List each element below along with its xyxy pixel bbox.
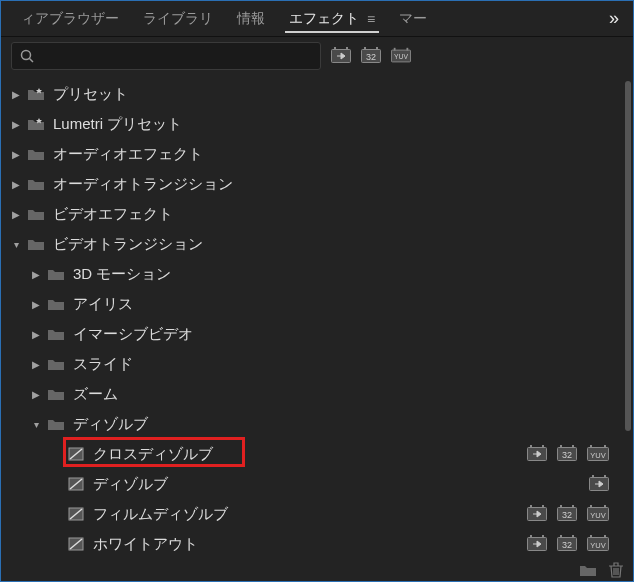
tab-media-browser[interactable]: ィアブラウザー — [9, 1, 131, 37]
svg-rect-18 — [590, 505, 592, 508]
tab-bar: ィアブラウザー ライブラリ 情報 エフェクト ≡ マー » — [1, 1, 633, 37]
filter-yuv-icon[interactable]: YUV — [391, 48, 411, 64]
folder-icon — [47, 327, 65, 341]
tab-info[interactable]: 情報 — [225, 1, 277, 37]
tree-folder-audio-transitions[interactable]: ▶ オーディオトランジション — [1, 169, 633, 199]
tree-item-cross-dissolve[interactable]: ▶ クロスディゾルブ 32 YUV — [1, 439, 633, 469]
chevron-right-icon: ▶ — [29, 269, 43, 280]
search-icon — [20, 49, 34, 63]
badge-yuv-icon: YUV — [587, 505, 609, 523]
tree-folder-audio-effects[interactable]: ▶ オーディオエフェクト — [1, 139, 633, 169]
tree-folder-slide[interactable]: ▶ スライド — [1, 349, 633, 379]
svg-text:YUV: YUV — [590, 541, 605, 550]
svg-text:32: 32 — [562, 450, 572, 460]
chevron-down-icon: ▾ — [9, 239, 23, 250]
badge-yuv-icon: YUV — [587, 445, 609, 463]
tree-folder-presets[interactable]: ▶ プリセット — [1, 79, 633, 109]
tree-item-whiteout[interactable]: ▶ ホワイトアウト 32 YUV — [1, 529, 633, 557]
badge-accelerated-icon — [527, 445, 547, 463]
chevron-right-icon: ▶ — [9, 89, 23, 100]
svg-text:32: 32 — [562, 540, 572, 550]
chevron-right-icon: ▶ — [29, 329, 43, 340]
effect-icon — [67, 507, 85, 521]
chevron-right-icon: ▶ — [9, 179, 23, 190]
badge-accelerated-icon — [527, 535, 547, 553]
filter-accelerated-icon[interactable] — [331, 48, 351, 64]
tab-library[interactable]: ライブラリ — [131, 1, 225, 37]
svg-text:YUV: YUV — [590, 511, 605, 520]
tree-label: オーディオエフェクト — [53, 145, 609, 164]
svg-text:32: 32 — [562, 510, 572, 520]
folder-star-icon — [27, 117, 45, 131]
chevron-down-icon: ▾ — [29, 419, 43, 430]
svg-rect-13 — [590, 445, 592, 448]
folder-star-icon — [27, 87, 45, 101]
tree-label: ディゾルブ — [73, 415, 609, 434]
tree-folder-video-transitions[interactable]: ▾ ビデオトランジション — [1, 229, 633, 259]
badge-32bit-icon: 32 — [557, 535, 577, 553]
tree-label: ディゾルブ — [93, 475, 581, 494]
tree-label: ズーム — [73, 385, 609, 404]
overflow-button[interactable]: » — [603, 8, 625, 29]
folder-icon — [47, 387, 65, 401]
chevron-right-icon: ▶ — [9, 149, 23, 160]
chevron-right-icon: ▶ — [29, 299, 43, 310]
chevron-right-icon: ▶ — [9, 119, 23, 130]
svg-rect-23 — [590, 535, 592, 538]
new-bin-icon[interactable] — [579, 563, 597, 577]
tree-label: クロスディゾルブ — [93, 445, 519, 464]
tree-label: ビデオトランジション — [53, 235, 609, 254]
tab-effects[interactable]: エフェクト ≡ — [277, 1, 387, 37]
tree-folder-3d-motion[interactable]: ▶ 3D モーション — [1, 259, 633, 289]
chevron-right-icon: ▶ — [29, 389, 43, 400]
tree-folder-iris[interactable]: ▶ アイリス — [1, 289, 633, 319]
tree-label: アイリス — [73, 295, 609, 314]
filter-32bit-icon[interactable]: 32 — [361, 48, 381, 64]
tree-folder-lumetri[interactable]: ▶ Lumetri プリセット — [1, 109, 633, 139]
panel-menu-icon[interactable]: ≡ — [363, 11, 375, 27]
svg-text:32: 32 — [366, 52, 376, 62]
tree-label: スライド — [73, 355, 609, 374]
tree-folder-zoom[interactable]: ▶ ズーム — [1, 379, 633, 409]
svg-line-5 — [30, 59, 34, 63]
folder-icon — [47, 417, 65, 431]
svg-rect-14 — [604, 445, 606, 448]
badge-yuv-icon: YUV — [587, 535, 609, 553]
effect-icon — [67, 447, 85, 461]
tree-item-dissolve[interactable]: ▶ ディゾルブ — [1, 469, 633, 499]
chevron-right-icon: ▶ — [9, 209, 23, 220]
badge-accelerated-icon — [527, 505, 547, 523]
tree-label: イマーシブビデオ — [73, 325, 609, 344]
tree-item-film-dissolve[interactable]: ▶ フィルムディゾルブ 32 YUV — [1, 499, 633, 529]
folder-icon — [47, 297, 65, 311]
folder-icon — [27, 177, 45, 191]
badge-accelerated-icon — [589, 475, 609, 493]
effect-icon — [67, 537, 85, 551]
scrollbar-thumb[interactable] — [625, 81, 631, 431]
svg-point-4 — [22, 51, 31, 60]
svg-rect-24 — [604, 535, 606, 538]
trash-icon[interactable] — [609, 562, 623, 578]
badge-32bit-icon: 32 — [557, 445, 577, 463]
tab-markers[interactable]: マー — [387, 1, 439, 37]
tree-folder-dissolve[interactable]: ▾ ディゾルブ — [1, 409, 633, 439]
folder-icon — [27, 237, 45, 251]
search-box[interactable] — [11, 42, 321, 70]
chevron-right-icon: ▶ — [29, 359, 43, 370]
svg-rect-9 — [406, 48, 408, 51]
tree-folder-immersive[interactable]: ▶ イマーシブビデオ — [1, 319, 633, 349]
effects-tree: ▶ プリセット ▶ Lumetri プリセット ▶ オーディオエフェクト ▶ オ… — [1, 75, 633, 557]
tree-label: Lumetri プリセット — [53, 115, 609, 134]
tree-label: オーディオトランジション — [53, 175, 609, 194]
svg-rect-8 — [394, 48, 396, 51]
folder-icon — [27, 207, 45, 221]
effect-icon — [67, 477, 85, 491]
tree-label: ホワイトアウト — [93, 535, 519, 554]
svg-rect-19 — [604, 505, 606, 508]
tree-label: プリセット — [53, 85, 609, 104]
folder-icon — [47, 357, 65, 371]
svg-text:YUV: YUV — [590, 451, 605, 460]
search-input[interactable] — [40, 49, 312, 64]
tree-folder-video-effects[interactable]: ▶ ビデオエフェクト — [1, 199, 633, 229]
badge-32bit-icon: 32 — [557, 505, 577, 523]
